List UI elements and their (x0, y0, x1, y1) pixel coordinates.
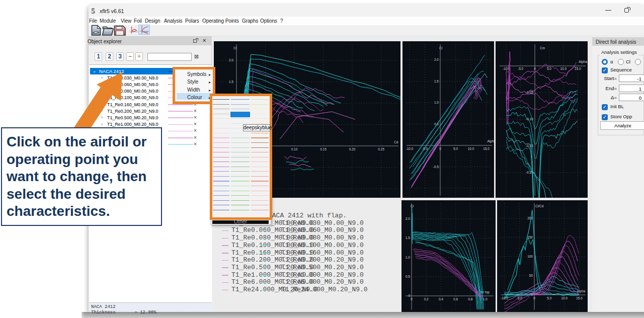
svg-text:10.0: 10.0 (560, 67, 567, 70)
svg-text:-5.0: -5.0 (517, 296, 523, 300)
svg-text:0.20: 0.20 (349, 147, 356, 151)
svg-text:15.0: 15.0 (483, 147, 490, 150)
svg-text:1.0: 1.0 (406, 256, 410, 259)
svg-text:0.5: 0.5 (406, 275, 410, 278)
svg-text:1.0: 1.0 (482, 297, 487, 301)
svg-text:1.5: 1.5 (434, 80, 439, 83)
svg-text:Cm: Cm (540, 46, 545, 50)
svg-text:200: 200 (527, 216, 533, 220)
svg-text:Alpha: Alpha (577, 289, 585, 293)
svg-text:10.0: 10.0 (561, 296, 568, 300)
svg-text:-0.5: -0.5 (433, 165, 439, 169)
svg-text:0: 0 (411, 297, 413, 301)
svg-text:0.8: 0.8 (468, 297, 472, 301)
svg-text:0.4: 0.4 (439, 297, 443, 301)
svg-text:-10.0: -10.0 (406, 147, 414, 150)
svg-text:0.2: 0.2 (424, 297, 429, 301)
svg-text:0.10: 0.10 (291, 147, 298, 151)
svg-text:0.15: 0.15 (320, 147, 327, 151)
svg-text:2.0: 2.0 (406, 217, 410, 220)
svg-text:Alpha: Alpha (579, 60, 587, 64)
svg-text:5.0: 5.0 (547, 296, 551, 300)
svg-text:2.0: 2.0 (229, 58, 233, 62)
svg-text:10.0: 10.0 (468, 147, 474, 150)
svg-text:Xtr top: Xtr top (480, 290, 490, 294)
svg-text:1.0: 1.0 (434, 101, 439, 104)
svg-text:Cl/Cd: Cl/Cd (535, 204, 544, 208)
svg-text:0: 0 (408, 294, 410, 297)
svg-text:50: 50 (529, 274, 533, 277)
svg-text:Cd: Cd (394, 140, 398, 144)
svg-text:2.0: 2.0 (434, 58, 439, 61)
svg-text:0.6: 0.6 (453, 297, 458, 301)
svg-text:Cl: Cl (233, 46, 237, 50)
svg-text:Cl: Cl (411, 204, 414, 208)
svg-text:5.0: 5.0 (453, 147, 458, 150)
svg-text:1.5: 1.5 (406, 236, 410, 240)
svg-text:0: 0 (439, 147, 441, 150)
svg-text:1.5: 1.5 (229, 80, 233, 84)
svg-text:Cl: Cl (439, 46, 443, 50)
svg-text:5.0: 5.0 (547, 67, 551, 70)
svg-text:100: 100 (527, 255, 533, 258)
svg-text:Alpha: Alpha (488, 139, 495, 143)
svg-text:0: 0 (534, 67, 536, 70)
svg-text:0: 0 (533, 296, 535, 300)
svg-text:15.0: 15.0 (576, 296, 583, 300)
svg-text:0.25: 0.25 (378, 147, 384, 151)
svg-text:-5.0: -5.0 (518, 67, 524, 70)
